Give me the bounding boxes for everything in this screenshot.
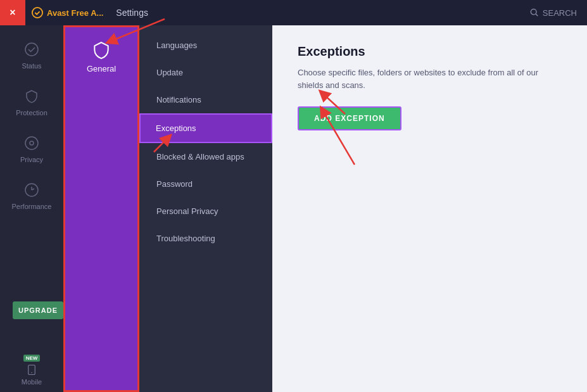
main-layout: Status Protection Pri [0, 25, 587, 392]
nav-item-personal-privacy[interactable]: Personal Privacy [139, 198, 272, 225]
sidebar-item-privacy[interactable]: Privacy [0, 125, 63, 172]
nav-menu: Languages Update Notifications Exception… [139, 25, 272, 392]
sidebar-label-status: Status [22, 62, 41, 70]
sidebar-item-performance[interactable]: Performance [0, 172, 63, 219]
content-description: Choose specific files, folders or websit… [298, 66, 562, 91]
general-label: General [87, 64, 116, 73]
protection-icon [23, 87, 41, 105]
sidebar-item-protection[interactable]: Protection [0, 79, 63, 125]
app-logo: Avast Free A... [25, 7, 110, 18]
nav-item-password[interactable]: Password [139, 170, 272, 198]
sidebar-label-privacy: Privacy [20, 156, 43, 163]
upgrade-area: UPGRADE [13, 301, 63, 319]
privacy-icon [23, 134, 41, 152]
nav-item-update[interactable]: Update [139, 59, 272, 86]
close-button[interactable]: × [0, 0, 25, 25]
sidebar-label-mobile: Mobile [22, 378, 42, 386]
search-label: SEARCH [543, 8, 577, 18]
add-exception-button[interactable]: ADD EXCEPTION [298, 106, 401, 130]
svg-point-0 [32, 8, 42, 18]
nav-item-languages[interactable]: Languages [139, 32, 272, 59]
performance-icon [23, 181, 41, 199]
status-icon [23, 41, 41, 58]
sidebar-label-performance: Performance [12, 203, 52, 210]
mobile-item[interactable]: NEW Mobile [0, 355, 325, 386]
general-icon-group: General [87, 40, 116, 73]
nav-item-exceptions[interactable]: Exceptions [139, 113, 272, 143]
search-button[interactable]: SEARCH [530, 8, 577, 18]
window-title: Settings [110, 8, 148, 18]
nav-item-blocked[interactable]: Blocked & Allowed apps [139, 143, 272, 170]
svg-point-8 [31, 372, 32, 374]
new-badge: NEW [23, 355, 41, 362]
content-title: Exceptions [298, 44, 562, 59]
svg-point-4 [25, 137, 38, 149]
nav-item-notifications[interactable]: Notifications [139, 86, 272, 113]
nav-item-troubleshooting[interactable]: Troubleshooting [139, 225, 272, 252]
sidebar-item-status[interactable]: Status [0, 32, 63, 79]
icon-sidebar: Status Protection Pri [0, 25, 63, 392]
sidebar-items: Status Protection Pri [0, 32, 63, 219]
title-bar: × Avast Free A... Settings SEARCH [0, 0, 587, 25]
general-panel[interactable]: General [63, 25, 139, 392]
svg-point-1 [531, 9, 536, 15]
sidebar-label-protection: Protection [16, 109, 47, 117]
app-name: Avast Free A... [47, 8, 103, 18]
upgrade-button[interactable]: UPGRADE [13, 301, 63, 319]
svg-line-2 [536, 14, 538, 16]
svg-point-5 [30, 141, 34, 145]
svg-point-3 [25, 43, 38, 56]
content-area: Exceptions Choose specific files, folder… [272, 25, 587, 392]
